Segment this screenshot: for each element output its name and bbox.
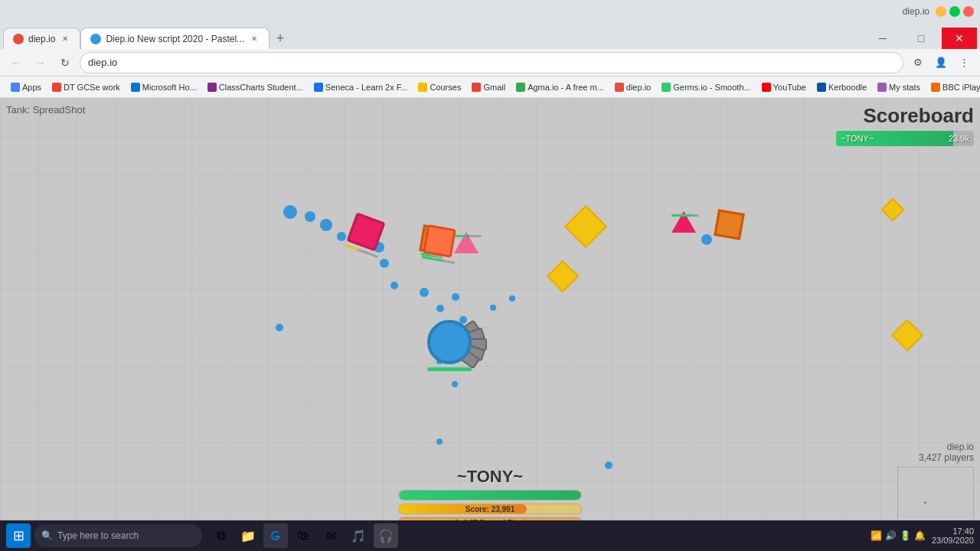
start-button[interactable]: ⊞ <box>6 523 31 548</box>
enemy-tank-pink <box>351 217 381 247</box>
bookmark-dtgcse[interactable]: DT GCSe work <box>47 81 125 93</box>
bookmark-label: Courses <box>430 83 461 92</box>
bullet <box>452 381 458 387</box>
player-score-text: Score: 23,991 <box>399 505 581 514</box>
window-close-btn[interactable]: ✕ <box>942 28 977 49</box>
bullet <box>320 219 332 231</box>
bookmark-courses[interactable]: Courses <box>413 81 466 93</box>
refresh-btn[interactable]: ↻ <box>55 53 75 73</box>
taskbar-icons: ⧉ 📁 🛍 ✉ 🎵 🎧 <box>208 523 398 548</box>
bookmark-favicon <box>131 83 140 92</box>
score-value: 23.9k <box>949 134 969 143</box>
close-btn[interactable] <box>963 6 974 17</box>
score-name: ~TONY~ <box>841 134 874 143</box>
network-icon[interactable]: 📶 <box>871 530 882 541</box>
bookmark-label: Apps <box>22 83 41 92</box>
window-maximize-btn[interactable]: □ <box>903 28 939 49</box>
task-view-icon[interactable]: ⧉ <box>208 523 233 548</box>
bookmark-label: DT GCSe work <box>64 83 120 92</box>
tab-label-1: diep.io <box>28 34 55 44</box>
bullet <box>701 234 712 245</box>
bullet <box>452 293 459 301</box>
bookmark-agmaio[interactable]: Agma.io - A free m... <box>511 81 609 93</box>
store-icon[interactable]: 🛍 <box>291 523 315 548</box>
bookmark-label: diep.io <box>626 83 651 92</box>
file-explorer-icon[interactable]: 📁 <box>236 523 260 548</box>
bookmark-label: My stats <box>889 83 920 92</box>
scoreboard-entry: ~TONY~ 23.9k <box>836 131 974 146</box>
tab-close-2[interactable]: ✕ <box>249 34 260 44</box>
menu-icon[interactable]: ⋮ <box>954 53 974 73</box>
bullet <box>276 324 283 331</box>
bookmark-microsoft[interactable]: Microsoft Ho... <box>126 81 201 93</box>
mail-icon[interactable]: ✉ <box>318 523 343 548</box>
bookmark-mystats[interactable]: My stats <box>873 81 925 93</box>
player-hud: ~TONY~ Score: 23,991 Lvl 45 Spread Shot <box>398 467 582 528</box>
taskbar-search[interactable]: 🔍 Type here to search <box>34 524 202 547</box>
profile-icon[interactable]: 👤 <box>931 53 951 73</box>
rank-display: Tank: SpreadShot <box>6 104 85 116</box>
bookmark-favicon <box>11 83 20 92</box>
tab-script[interactable]: Diep.io New script 2020 - Pastel... ✕ <box>80 28 270 49</box>
orange-square <box>714 209 745 240</box>
bookmark-youtube[interactable]: YouTube <box>757 81 811 93</box>
bookmark-favicon <box>817 83 826 92</box>
volume-icon[interactable]: 🔊 <box>885 530 897 541</box>
bookmark-apps[interactable]: Apps <box>6 81 46 93</box>
minimap-player-dot <box>924 501 926 504</box>
bookmark-classcharts[interactable]: ClassCharts Student... <box>203 81 308 93</box>
bookmark-kerboodle[interactable]: Kerboodle <box>812 81 871 93</box>
headphones-icon[interactable]: 🎧 <box>374 523 398 548</box>
sys-icons: 📶 🔊 🔋 🔔 <box>871 530 926 541</box>
bookmark-gmail[interactable]: Gmail <box>467 81 510 93</box>
battery-icon[interactable]: 🔋 <box>900 530 911 541</box>
tab-favicon-2 <box>90 34 101 44</box>
edge-icon[interactable] <box>263 523 288 548</box>
bullet <box>605 461 612 469</box>
bookmark-favicon <box>52 83 61 92</box>
bookmark-label: YouTube <box>773 83 806 92</box>
extensions-icon[interactable]: ⚙ <box>908 53 928 73</box>
score-bar-text: ~TONY~ 23.9k <box>836 134 974 143</box>
address-bar[interactable]: diep.io <box>80 52 903 73</box>
maximize-btn[interactable] <box>949 6 960 17</box>
bookmark-label: Microsoft Ho... <box>142 83 197 92</box>
new-tab-button[interactable]: + <box>270 28 291 49</box>
server-players: 3,427 players <box>919 452 974 463</box>
bookmark-favicon <box>662 83 671 92</box>
bookmark-diepio[interactable]: diep.io <box>610 81 655 93</box>
bookmark-favicon <box>931 83 940 92</box>
tab-diep[interactable]: diep.io ✕ <box>3 28 80 49</box>
bookmark-label: Seneca - Learn 2x F... <box>325 83 408 92</box>
date-display: 23/09/2020 <box>932 536 974 545</box>
tab-close-1[interactable]: ✕ <box>60 34 70 44</box>
bookmark-favicon <box>762 83 771 92</box>
bookmark-favicon <box>314 83 323 92</box>
bookmark-bbciplayer[interactable]: BBC iPlayer <box>926 81 980 93</box>
bookmark-label: BBC iPlayer <box>942 83 980 92</box>
player-health-fill <box>399 491 581 500</box>
bookmark-favicon <box>472 83 481 92</box>
search-icon: 🔍 <box>41 530 53 541</box>
bullet <box>490 305 496 311</box>
bullet <box>420 288 429 297</box>
bookmark-germsio[interactable]: Germs.io - Smooth... <box>657 81 755 93</box>
address-text: diep.io <box>88 57 117 68</box>
nav-icons: ⚙ 👤 ⋮ <box>908 53 974 73</box>
scoreboard: Scoreboard ~TONY~ 23.9k <box>836 104 974 148</box>
game-area: Tank: SpreadShot Scoreboard ~TONY~ 23.9k <box>0 98 980 551</box>
bullet <box>509 295 515 302</box>
bullet <box>283 205 297 219</box>
bookmark-seneca[interactable]: Seneca - Learn 2x F... <box>309 81 413 93</box>
window-minimize-btn[interactable]: ─ <box>865 28 900 49</box>
notification-icon[interactable]: 🔔 <box>914 530 926 541</box>
back-btn[interactable]: ← <box>6 53 26 73</box>
tab-favicon-1 <box>13 34 24 44</box>
bullet <box>436 305 444 312</box>
forward-btn[interactable]: → <box>31 53 51 73</box>
minimize-btn[interactable] <box>936 6 946 17</box>
bullet <box>380 259 389 268</box>
bookmark-label: Gmail <box>483 83 505 92</box>
taskbar-time[interactable]: 17:40 23/09/2020 <box>932 527 974 545</box>
music-icon[interactable]: 🎵 <box>346 523 371 548</box>
